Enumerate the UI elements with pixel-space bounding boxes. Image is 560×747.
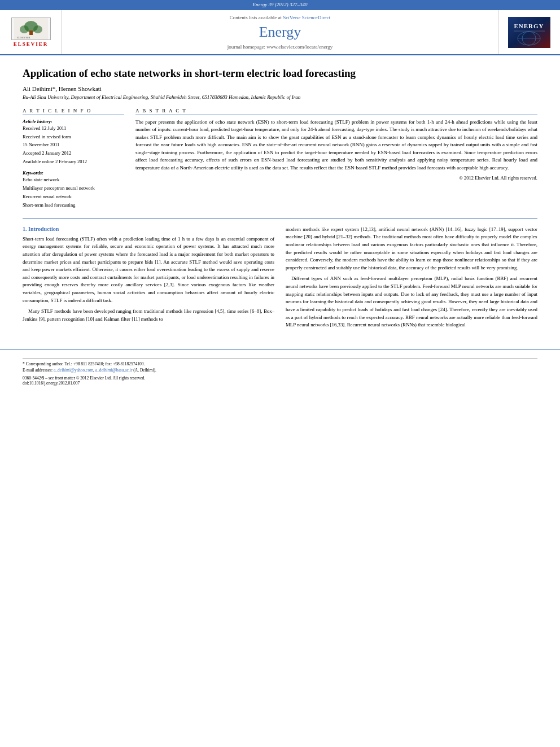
- footer: * Corresponding author. Tel.: +98 811 82…: [0, 350, 560, 391]
- svg-rect-2: [29, 30, 33, 35]
- article-info-heading: A R T I C L E I N F O: [23, 108, 124, 115]
- energy-logo-box: ENERGY: [508, 17, 550, 48]
- article-authors: Ali Deihimi*, Hemen Showkati: [23, 85, 537, 92]
- revised-date: 15 November 2011: [23, 142, 124, 148]
- sciverse-link[interactable]: SciVerse ScienceDirect: [283, 15, 330, 20]
- email2: a_deihimi@basu.ac.ir: [95, 368, 133, 373]
- keyword-3: Recurrent neural network: [23, 194, 124, 200]
- svg-point-3: [20, 25, 29, 33]
- keywords-section: Keywords: Echo state network Multilayer …: [23, 170, 124, 209]
- body-col-right: modern methods like expert system [12,13…: [286, 226, 537, 333]
- history-label: Article history:: [23, 119, 124, 124]
- section-divider: [23, 219, 537, 219]
- footnote-line: * Corresponding author. Tel.: +98 811 82…: [23, 358, 537, 374]
- journal-homepage: journal homepage: www.elsevier.com/locat…: [228, 44, 333, 50]
- keyword-1: Echo state network: [23, 177, 124, 184]
- journal-info-center: Contents lists available at SciVerse Sci…: [62, 10, 498, 54]
- body-col-left: 1. Introduction Short-term load forecast…: [23, 226, 274, 333]
- available-date: Available online 2 February 2012: [23, 159, 124, 165]
- intro-para-2: Many STLF methods have been developed ra…: [23, 308, 274, 323]
- keyword-2: Multilayer perceptron neural network: [23, 185, 124, 192]
- elsevier-logo-section: ELSEVIER ELSEVIER: [0, 10, 62, 54]
- page: Energy 39 (2012) 327–340 ELSEVIER ELSEVI: [0, 0, 560, 747]
- abstract-heading: A B S T R A C T: [135, 108, 537, 115]
- intro-text-right: modern methods like expert system [12,13…: [286, 226, 537, 329]
- footnote-star: * Corresponding author. Tel.: +98 811 82…: [23, 361, 145, 366]
- abstract-copyright: © 2012 Elsevier Ltd. All rights reserved…: [135, 175, 537, 181]
- email1: a_deihimi@yahoo.com: [54, 368, 93, 373]
- article-info-abstract: A R T I C L E I N F O Article history: R…: [23, 108, 537, 211]
- intro-text-left: Short-term load forecasting (STLF) often…: [23, 235, 274, 324]
- footer-note: * Corresponding author. Tel.: +98 811 82…: [23, 358, 537, 374]
- received-revised-label: Received in revised form: [23, 134, 124, 141]
- intro-section-title: 1. Introduction: [23, 226, 274, 232]
- email-note: (A. Deihimi).: [133, 368, 156, 373]
- sciverse-line: Contents lists available at SciVerse Sci…: [230, 15, 331, 20]
- article-info-col: A R T I C L E I N F O Article history: R…: [23, 108, 124, 211]
- journal-citation: Energy 39 (2012) 327–340: [253, 2, 308, 7]
- svg-point-4: [33, 25, 42, 33]
- svg-text:ENERGY: ENERGY: [514, 23, 544, 29]
- body-content: 1. Introduction Short-term load forecast…: [23, 226, 537, 333]
- accepted-date: Accepted 2 January 2012: [23, 150, 124, 157]
- intro-para-1: Short-term load forecasting (STLF) often…: [23, 235, 274, 305]
- article-affiliation: Bu-Ali Sina University, Department of El…: [23, 94, 537, 100]
- energy-logo-section: ENERGY: [498, 10, 560, 54]
- elsevier-brand: ELSEVIER: [14, 41, 49, 47]
- email-label: E-mail addresses:: [23, 368, 53, 373]
- abstract-col: A B S T R A C T The paper presents the a…: [135, 108, 537, 211]
- keyword-4: Short-term load forecasting: [23, 202, 124, 209]
- content-area: Application of echo state networks in sh…: [0, 55, 560, 344]
- intro-para-3: modern methods like expert system [12,13…: [286, 226, 537, 272]
- keywords-label: Keywords:: [23, 170, 124, 176]
- top-bar: Energy 39 (2012) 327–340: [0, 0, 560, 9]
- received-date: Received 12 July 2011: [23, 125, 124, 132]
- elsevier-logo: ELSEVIER ELSEVIER: [11, 18, 51, 47]
- footer-issn: 0360-5442/$ – see front matter © 2012 El…: [23, 375, 537, 386]
- abstract-text: The paper presents the application of ec…: [135, 119, 537, 172]
- svg-text:ELSEVIER: ELSEVIER: [17, 36, 30, 39]
- svg-rect-6: [508, 17, 550, 48]
- intro-para-4: Different types of ANN such as feed-forw…: [286, 275, 537, 329]
- journal-header: ELSEVIER ELSEVIER Contents lists availab…: [0, 9, 560, 55]
- elsevier-tree-logo: ELSEVIER: [11, 18, 51, 40]
- article-title: Application of echo state networks in sh…: [23, 67, 537, 81]
- journal-name: Energy: [259, 24, 301, 41]
